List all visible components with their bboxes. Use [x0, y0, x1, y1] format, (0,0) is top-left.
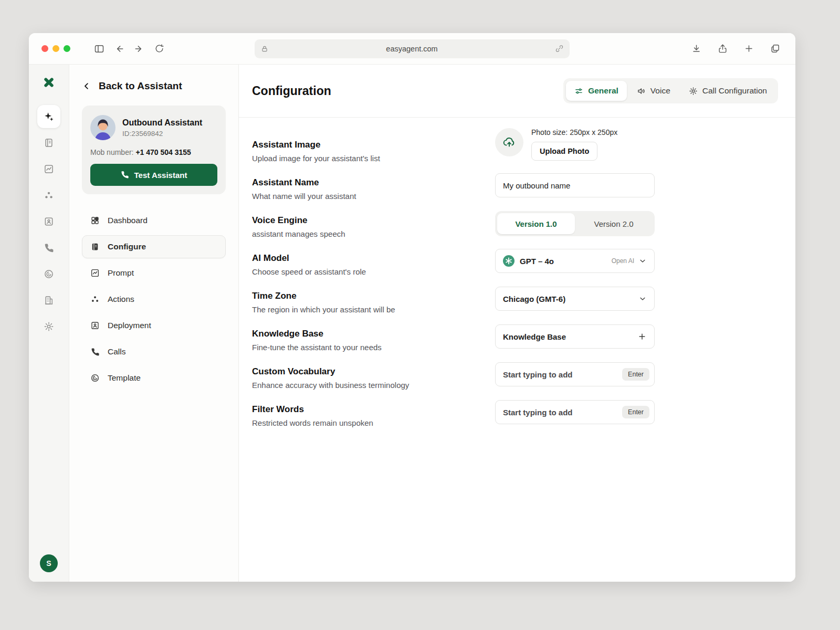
share-icon[interactable]: [715, 41, 730, 57]
field-description: Fine-tune the assistant to your needs: [252, 343, 479, 352]
voice-engine-segmented-control: Version 1.0 Version 2.0: [495, 211, 655, 236]
nav-item-template[interactable]: Template: [82, 366, 226, 390]
time-zone-value: Chicago (GMT-6): [503, 295, 565, 303]
downloads-icon[interactable]: [688, 41, 704, 57]
nav-label: Prompt: [108, 268, 134, 278]
rail-item-analytics[interactable]: [37, 158, 60, 181]
target-icon: [90, 373, 100, 383]
field-label: AI Model: [252, 253, 479, 264]
notebook-icon: [44, 138, 54, 148]
field-description: Enhance accuracy with business terminolo…: [252, 381, 479, 390]
speaker-icon: [637, 87, 646, 96]
field-description: Choose speed or assistant's role: [252, 267, 479, 276]
back-icon[interactable]: [111, 41, 127, 57]
tab-label: Voice: [650, 86, 670, 96]
forward-icon[interactable]: [131, 41, 147, 57]
field-label: Voice Engine: [252, 215, 479, 226]
upload-photo-button[interactable]: Upload Photo: [531, 142, 597, 161]
rail-item-settings[interactable]: [37, 315, 60, 338]
tab-voice[interactable]: Voice: [628, 81, 679, 101]
address-bar[interactable]: easyagent.com: [255, 39, 570, 58]
rail-item-assistants[interactable]: [37, 105, 60, 128]
minimize-window-button[interactable]: [52, 45, 59, 52]
tab-label: General: [588, 86, 618, 96]
chrome-nav-controls: [91, 41, 167, 57]
rail-item-calls[interactable]: [37, 236, 60, 259]
upload-image-dropzone[interactable]: [495, 128, 523, 156]
photo-size-hint: Photo size: 250px x 250px: [531, 128, 617, 136]
nav-label: Deployment: [108, 321, 151, 330]
target-icon: [44, 269, 54, 279]
chrome-action-controls: [688, 41, 783, 57]
field-description: Restricted words remain unspoken: [252, 418, 479, 427]
tab-general[interactable]: General: [566, 81, 627, 101]
reload-icon[interactable]: [151, 41, 167, 57]
nav-item-actions[interactable]: Actions: [82, 288, 226, 311]
filter-words-input[interactable]: Start typing to add Enter: [495, 400, 655, 424]
browser-chrome: easyagent.com: [29, 33, 795, 65]
form-row-voice-engine: Voice Engine assistant manages speech Ve…: [252, 215, 655, 238]
zoom-window-button[interactable]: [64, 45, 70, 52]
knowledge-base-add[interactable]: Knowledge Base: [495, 324, 655, 349]
gear-icon: [44, 321, 54, 332]
main-header: Configuration General Voice: [239, 65, 795, 118]
sidebar-toggle-icon[interactable]: [91, 41, 107, 57]
page-title: Configuration: [252, 84, 331, 98]
custom-vocabulary-input[interactable]: Start typing to add Enter: [495, 362, 655, 386]
time-zone-select[interactable]: Chicago (GMT-6): [495, 287, 655, 311]
ai-model-value: GPT – 4o: [520, 257, 554, 266]
test-assistant-label: Test Assistant: [134, 171, 187, 180]
chevron-left-icon: [82, 81, 91, 91]
id-card-icon: [90, 321, 100, 330]
rail-item-contacts[interactable]: [37, 184, 60, 207]
grid-icon: [90, 216, 100, 225]
tab-label: Call Configuration: [702, 86, 767, 96]
close-window-button[interactable]: [41, 45, 48, 52]
new-tab-icon[interactable]: [741, 41, 757, 57]
field-label: Assistant Image: [252, 140, 479, 150]
rail-item-templates[interactable]: [37, 262, 60, 286]
gear-icon: [689, 87, 698, 96]
back-to-assistant[interactable]: Back to Assistant: [82, 80, 226, 92]
form-row-custom-vocabulary: Custom Vocabulary Enhance accuracy with …: [252, 366, 655, 390]
form-row-time-zone: Time Zone The region in which your assis…: [252, 291, 655, 314]
voice-engine-option-v1[interactable]: Version 1.0: [497, 213, 575, 234]
chart-icon: [90, 268, 100, 278]
voice-engine-option-v2[interactable]: Version 2.0: [575, 213, 653, 234]
nav-item-prompt[interactable]: Prompt: [82, 261, 226, 285]
rail-item-id-card[interactable]: [37, 210, 60, 233]
config-tabs: General Voice Call Configuration: [563, 78, 778, 103]
users-icon: [44, 190, 54, 201]
nav-label: Actions: [108, 295, 134, 304]
user-avatar-initial: S: [46, 559, 51, 568]
link-icon[interactable]: [555, 45, 563, 52]
enter-key-hint: Enter: [622, 368, 649, 381]
main-content: Configuration General Voice: [239, 65, 795, 582]
url-text: easyagent.com: [268, 45, 555, 53]
easyagent-logo[interactable]: [41, 75, 56, 90]
chart-icon: [44, 164, 54, 174]
assistant-name-input[interactable]: My outbound name: [495, 173, 655, 197]
user-avatar[interactable]: S: [40, 554, 58, 572]
form-row-assistant-name: Assistant Name What name will your assis…: [252, 177, 655, 201]
form-row-knowledge-base: Knowledge Base Fine-tune the assistant t…: [252, 329, 655, 352]
test-assistant-button[interactable]: Test Assistant: [90, 164, 217, 186]
assistant-card: Outbound Assistant ID:23569842 Mob numbe…: [82, 106, 226, 194]
knowledge-base-value: Knowledge Base: [503, 332, 566, 341]
tab-call-configuration[interactable]: Call Configuration: [680, 81, 775, 101]
id-card-icon: [44, 216, 54, 227]
rail-item-organization[interactable]: [37, 289, 60, 312]
nav-item-configure[interactable]: Configure: [82, 235, 226, 258]
nav-item-deployment[interactable]: Deployment: [82, 314, 226, 337]
nav-item-calls[interactable]: Calls: [82, 340, 226, 363]
sliders-icon: [574, 87, 583, 96]
rail-item-notebook[interactable]: [37, 131, 60, 154]
ai-model-select[interactable]: GPT – 4o Open AI: [495, 249, 655, 273]
nav-item-dashboard[interactable]: Dashboard: [82, 209, 226, 232]
back-label: Back to Assistant: [99, 80, 182, 92]
assistant-avatar: [90, 115, 116, 140]
tab-overview-icon[interactable]: [767, 41, 783, 57]
field-label: Custom Vocabulary: [252, 366, 479, 377]
form-row-filter-words: Filter Words Restricted words remain uns…: [252, 404, 655, 427]
custom-vocabulary-placeholder: Start typing to add: [503, 370, 573, 379]
